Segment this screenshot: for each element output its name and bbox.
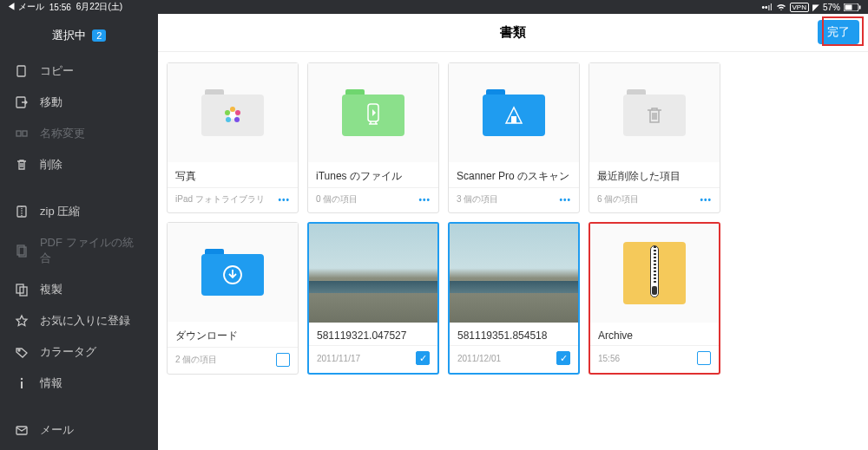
sidebar-item-label: コピー [40, 63, 74, 79]
more-button[interactable]: ••• [559, 195, 571, 205]
svg-point-21 [225, 110, 230, 115]
card-thumbnail [450, 224, 578, 323]
tag-icon [14, 345, 30, 359]
svg-rect-23 [511, 116, 516, 123]
card-meta: 6 個の項目 [597, 193, 639, 205]
location-icon: ◤ [812, 3, 819, 12]
selection-label: 選択中 [52, 29, 86, 42]
file-card[interactable]: Archive 15:56 [589, 222, 720, 375]
sidebar-item-duplicate[interactable]: 複製 [0, 274, 158, 305]
card-footer: iPad フォトライブラリ ••• [168, 187, 298, 212]
card-meta: 2011/11/17 [317, 354, 360, 363]
card-meta: 0 個の項目 [316, 193, 358, 205]
sidebar-item-rename: 名称変更 [0, 118, 158, 149]
sidebar-item-zip[interactable]: zip 圧縮 [0, 196, 158, 227]
card-meta: iPad フォトライブラリ [175, 193, 265, 205]
duplicate-icon [14, 283, 30, 297]
select-checkbox[interactable] [416, 351, 430, 365]
sidebar-item-tag[interactable]: カラータグ [0, 336, 158, 368]
card-meta: 2011/12/01 [457, 354, 501, 363]
zip-icon [14, 205, 30, 218]
card-thumbnail [590, 224, 719, 323]
card-thumbnail [308, 63, 438, 162]
file-grid: 写真 iPad フォトライブラリ ••• iTunes のファイル 0 個の項目… [158, 52, 868, 385]
card-name: 写真 [168, 162, 298, 187]
battery-label: 57% [823, 3, 840, 12]
sidebar-item-label: PDF ファイルの統合 [40, 235, 144, 266]
folder-card[interactable]: Scanner Pro のスキャン 3 個の項目 ••• [448, 62, 580, 213]
card-thumbnail [309, 224, 437, 323]
select-checkbox[interactable] [556, 351, 570, 365]
select-checkbox[interactable] [697, 351, 711, 365]
info-icon [14, 376, 30, 390]
more-button[interactable]: ••• [278, 195, 290, 205]
more-button[interactable]: ••• [700, 195, 712, 205]
main-header: 書類 完了 [158, 14, 868, 52]
wifi-icon [776, 3, 786, 11]
zip-icon [623, 242, 686, 304]
sidebar-item-label: 名称変更 [40, 126, 85, 141]
back-app-label[interactable]: ◀ メール [7, 1, 44, 13]
svg-rect-14 [21, 382, 23, 388]
copy-icon [14, 64, 30, 78]
move-icon [14, 95, 30, 109]
sidebar-item-label: 情報 [40, 375, 62, 391]
svg-rect-2 [859, 5, 861, 9]
status-time: 15:56 [49, 3, 71, 12]
svg-point-13 [21, 378, 23, 380]
sidebar-item-mail[interactable]: メール [0, 414, 158, 446]
card-thumbnail [168, 223, 298, 322]
folder-card[interactable]: iTunes のファイル 0 個の項目 ••• [307, 62, 439, 213]
sidebar-item-label: メール [40, 422, 74, 438]
file-card[interactable]: 581119321.047527 2011/11/17 [307, 222, 439, 375]
svg-rect-5 [16, 131, 21, 136]
card-thumbnail [168, 63, 298, 162]
card-name: 581119321.047527 [309, 323, 437, 345]
folder-card[interactable]: ダウンロード 2 個の項目 [167, 222, 299, 375]
folder-card[interactable]: 写真 iPad フォトライブラリ ••• [167, 62, 299, 213]
trash-icon [14, 158, 30, 172]
star-icon [14, 314, 30, 328]
svg-point-16 [229, 112, 236, 119]
svg-point-20 [226, 117, 231, 122]
sidebar-item-label: お気に入りに登録 [40, 313, 130, 329]
card-name: Archive [590, 323, 719, 345]
sidebar-item-label: 複製 [40, 282, 62, 297]
signal-icon: ••ıl [762, 3, 773, 12]
folder-card[interactable]: 最近削除した項目 6 個の項目 ••• [589, 62, 720, 213]
svg-rect-3 [17, 66, 25, 76]
sidebar-item-upload[interactable]: アップロード [0, 446, 158, 450]
sidebar-item-move[interactable]: 移動 [0, 87, 158, 118]
sidebar-item-label: 削除 [40, 157, 62, 173]
vpn-badge: VPN [790, 3, 809, 12]
file-card[interactable]: 581119351.854518 2011/12/01 [448, 222, 580, 375]
mail-icon [14, 423, 30, 437]
sidebar-item-info[interactable]: 情報 [0, 368, 158, 399]
sidebar-item-trash[interactable]: 削除 [0, 149, 158, 180]
pdf-icon [14, 244, 30, 258]
page-title: 書類 [500, 24, 526, 41]
status-bar: ◀ メール 15:56 6月22日(土) ••ıl VPN ◤ 57% [0, 0, 868, 14]
sidebar-item-star[interactable]: お気に入りに登録 [0, 305, 158, 336]
card-name: 581119351.854518 [450, 323, 578, 345]
sidebar-item-copy[interactable]: コピー [0, 55, 158, 87]
card-meta: 2 個の項目 [175, 354, 217, 366]
card-footer: 2 個の項目 [168, 347, 298, 374]
sidebar-item-label: zip 圧縮 [40, 204, 80, 219]
svg-point-19 [234, 117, 240, 122]
card-footer: 6 個の項目 ••• [589, 187, 720, 212]
card-name: ダウンロード [168, 322, 298, 347]
card-name: Scanner Pro のスキャン [449, 162, 579, 187]
main-panel: 書類 完了 写真 iPad フォトライブラリ ••• iTunes のファイル … [158, 14, 868, 450]
svg-rect-1 [845, 4, 852, 10]
card-footer: 3 個の項目 ••• [449, 187, 579, 212]
more-button[interactable]: ••• [418, 195, 431, 205]
done-button[interactable]: 完了 [818, 20, 859, 44]
card-thumbnail [449, 63, 579, 162]
sidebar: 選択中 2 コピー移動名称変更削除zip 圧縮PDF ファイルの統合複製お気に入… [0, 14, 158, 450]
svg-point-12 [18, 349, 20, 351]
select-checkbox[interactable] [276, 353, 290, 367]
card-footer: 2011/11/17 [309, 345, 437, 372]
sidebar-item-label: 移動 [40, 95, 62, 110]
card-footer: 15:56 [590, 345, 719, 372]
